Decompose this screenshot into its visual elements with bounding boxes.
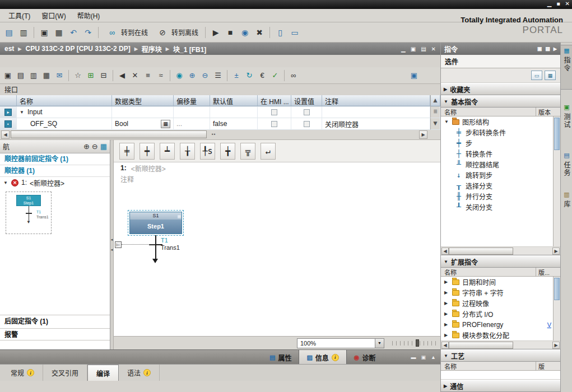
vscroll-thumb[interactable] <box>554 278 560 300</box>
filter-list-icon[interactable]: ▭ <box>531 71 542 80</box>
tab-info[interactable]: ▨ 信息 i <box>299 350 346 365</box>
hmi-checkbox[interactable] <box>271 121 277 127</box>
side-tab-instructions[interactable]: ▦ 指令 <box>561 45 572 90</box>
setvalue-checkbox[interactable] <box>304 109 310 115</box>
expander-icon[interactable]: ▶ <box>444 301 449 306</box>
inspector-restore-icon[interactable]: ▣ <box>421 354 426 360</box>
table-scrollbar-top[interactable]: ▲ <box>430 95 440 106</box>
tree-item[interactable]: ╨顺控器结尾 <box>441 159 560 170</box>
nav-post-fixed-instructions[interactable]: 后固定指令 (1) <box>0 315 110 327</box>
scroll-left-icon[interactable]: ◀ <box>1 130 10 139</box>
close-editor-icon[interactable]: ✖ <box>253 26 266 39</box>
return-icon[interactable]: ↵ <box>261 143 276 160</box>
arrange-icon[interactable]: ▣ <box>408 69 420 82</box>
tree-folder-distributed-io[interactable]: ▶分布式 I/O <box>441 309 560 319</box>
section-technology[interactable]: ▼ 工艺 <box>441 349 560 362</box>
graph-canvas[interactable]: S1 ▦ Step1 ⊢ T1 Trans1 <box>114 184 440 336</box>
go-offline-button[interactable]: ⊘ 转到离线 <box>152 25 202 40</box>
comments-icon[interactable]: ☰ <box>212 69 224 82</box>
tree-item[interactable]: ↓跳转到步 <box>441 170 560 180</box>
editor-float-icon[interactable]: ▤ <box>421 46 426 52</box>
transition-icon[interactable]: ┷ <box>160 143 175 160</box>
menu-tools[interactable]: 工具(T) <box>3 9 35 22</box>
expander-icon[interactable]: ▶ <box>444 311 449 316</box>
section-extended-instructions[interactable]: ▼ 扩展指令 <box>441 255 560 268</box>
cell-offset[interactable] <box>174 106 210 118</box>
cell-comment[interactable] <box>322 106 430 118</box>
tab-compile[interactable]: 编译 <box>87 365 119 381</box>
insert-row-icon[interactable]: ⊞ <box>85 69 97 82</box>
table-row[interactable]: ▸ ▼ Input ≡ <box>0 106 440 118</box>
step-and-transition-icon[interactable]: ╪ <box>119 143 134 160</box>
extended-vscrollbar[interactable] <box>553 277 560 340</box>
nav-pre-fixed-instructions[interactable]: 顺控器前固定指令 (1) <box>0 153 110 165</box>
breadcrumb-project[interactable]: est <box>4 45 14 53</box>
column-name[interactable]: 名称 <box>441 362 536 371</box>
zoom-dropdown-arrow-icon[interactable]: ▼ <box>375 339 384 348</box>
mail-icon[interactable]: ✉ <box>53 69 66 82</box>
section-communication[interactable]: ▶ 通信 <box>441 380 560 392</box>
open-branch-icon[interactable]: ╈ <box>220 143 235 160</box>
collapse-left-icon[interactable]: ◂ <box>111 237 113 242</box>
collapse-left-icon[interactable]: ◂ <box>111 248 113 252</box>
cell-setvalue[interactable] <box>291 118 322 130</box>
column-header-datatype[interactable]: 数据类型 <box>112 95 174 106</box>
thumbnail-step[interactable]: S1 Step1 <box>16 195 41 206</box>
column-version[interactable]: 版 <box>536 362 560 371</box>
splitter-grip-icon[interactable]: ▪▪ <box>212 132 216 137</box>
go-online-button[interactable]: ∞ 转到在线 <box>102 25 151 40</box>
side-tab-testing[interactable]: ▣ 测试 <box>561 102 572 139</box>
table-row[interactable]: ▪ OFF_SQ Bool ▦ ... false 关闭顺控器 ▼ <box>0 118 440 130</box>
expander-icon[interactable]: ▼ <box>20 110 25 115</box>
tree-item[interactable]: ┼转换条件 <box>441 148 560 159</box>
transition-id[interactable]: T1 <box>161 237 168 244</box>
tree-item[interactable]: ┿步 <box>441 138 560 148</box>
window-minimize-button[interactable]: ▁ <box>547 1 552 7</box>
redo-icon[interactable]: ↷ <box>81 26 95 39</box>
stop-cpu-icon[interactable]: ■ <box>224 26 237 39</box>
scroll-right-icon[interactable]: ▶ <box>419 130 427 139</box>
sequencer-title-row[interactable]: 1: <新顺控器> <box>114 162 440 174</box>
step-node[interactable]: S1 ▦ Step1 <box>129 212 182 234</box>
expander-icon[interactable]: ▶ <box>444 290 449 295</box>
tree-item[interactable]: ┰选择分支 <box>441 180 560 191</box>
column-header-setvalue[interactable]: 设置值 <box>291 95 322 106</box>
cell-hmi[interactable] <box>258 118 291 130</box>
scroll-left-icon[interactable]: ◀ <box>441 342 449 349</box>
constants-icon[interactable]: € <box>256 69 268 82</box>
modify-value-icon[interactable]: ± <box>230 69 243 82</box>
cell-comment[interactable]: 关闭顺控器 <box>322 118 430 130</box>
table-scrollbar-track[interactable]: ≡ <box>430 106 440 118</box>
panel-dock-icon[interactable]: ▤ <box>545 46 550 52</box>
editor-minimize-icon[interactable]: ▁ <box>401 46 406 52</box>
refresh-icon[interactable]: ↻ <box>243 69 255 82</box>
zoom-slider-thumb[interactable] <box>416 339 419 347</box>
keyboard-icon[interactable]: ▦ <box>40 69 53 82</box>
favorites-icon[interactable]: ☆ <box>72 69 84 82</box>
step-icon[interactable]: ┿ <box>139 143 155 160</box>
nav-sequencers[interactable]: 顺控器 (1) <box>0 165 110 177</box>
tree-folder-process-image[interactable]: ▶过程映像 <box>441 298 560 309</box>
breadcrumb-block[interactable]: 块_1 [FB1] <box>173 44 206 54</box>
zoom-in-icon[interactable]: ⊕ <box>83 142 90 151</box>
cell-setvalue[interactable] <box>291 106 322 118</box>
split-view-icon[interactable]: ▥ <box>27 69 40 82</box>
column-version[interactable]: 版... <box>536 268 560 277</box>
column-header-comment[interactable]: 注释 <box>322 95 430 106</box>
cell-default[interactable]: false <box>210 118 258 130</box>
zoom-out-icon[interactable]: ⊖ <box>92 142 98 151</box>
column-header-offset[interactable]: 偏移量 <box>174 95 210 106</box>
hscroll-thumb[interactable] <box>449 342 513 349</box>
cell-datatype[interactable] <box>112 106 174 118</box>
editor-close-icon[interactable]: ✕ <box>431 46 436 52</box>
extended-hscrollbar[interactable]: ◀ ▶ <box>441 340 560 349</box>
tree-item[interactable]: ╫并行分支 <box>441 191 560 202</box>
previous-error-icon[interactable]: ◀ <box>116 69 128 82</box>
scroll-down-icon[interactable]: ▼ <box>432 119 439 127</box>
window-maximize-button[interactable]: ■ <box>557 1 560 7</box>
network-view-icon[interactable]: ▤ <box>15 69 27 82</box>
basic-hscrollbar[interactable]: ◀ ▶ <box>441 246 560 255</box>
accept-icon[interactable]: ✓ <box>269 69 281 82</box>
collapse-all-icon[interactable]: ⊖ <box>199 69 211 82</box>
tab-diagnostics[interactable]: ◉ 诊断 <box>347 350 383 365</box>
